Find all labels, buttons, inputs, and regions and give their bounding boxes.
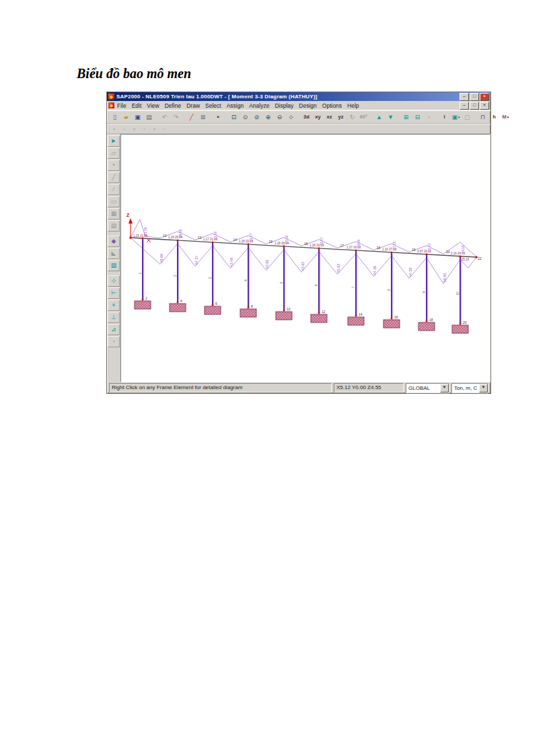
svg-text:14: 14 bbox=[233, 238, 237, 242]
previous-zoom-icon[interactable]: ⊘ bbox=[251, 112, 262, 123]
open-file-icon[interactable]: ▰ bbox=[120, 112, 132, 123]
svg-text:4: 4 bbox=[244, 279, 248, 281]
maximize-button[interactable]: □ bbox=[470, 93, 479, 101]
child-restore-button[interactable]: □ bbox=[470, 102, 479, 110]
menu-draw[interactable]: Draw bbox=[184, 102, 203, 109]
show-frames-icon[interactable]: ▫ bbox=[119, 125, 129, 133]
titlebar[interactable]: ◆ SAP2000 - NLE0509 Trien tau 1.000DWT -… bbox=[107, 92, 490, 101]
menu-display[interactable]: Display bbox=[272, 102, 296, 109]
svg-text:8: 8 bbox=[387, 289, 391, 291]
special-draw-icon[interactable]: ◆ bbox=[108, 236, 120, 247]
svg-text:24.66: 24.66 bbox=[178, 229, 182, 238]
coordinate-system-dropdown[interactable]: GLOBAL ▼ bbox=[406, 383, 449, 393]
rotate-view-icon: ↻ bbox=[346, 112, 358, 123]
menu-file[interactable]: File bbox=[114, 102, 129, 109]
svg-text:18: 18 bbox=[429, 318, 433, 322]
svg-text:21.50: 21.50 bbox=[213, 231, 217, 240]
menu-select[interactable]: Select bbox=[203, 102, 224, 109]
undo-icon: ↶ bbox=[159, 112, 170, 123]
svg-text:21.55: 21.55 bbox=[427, 243, 431, 252]
show-labels-icon[interactable]: ▫ bbox=[159, 125, 170, 133]
new-model-icon[interactable]: ▯ bbox=[109, 112, 120, 123]
quick-quad-icon: ▦ bbox=[108, 208, 120, 219]
svg-text:2: 2 bbox=[145, 296, 147, 300]
menu-options[interactable]: Options bbox=[320, 102, 344, 109]
svg-text:58.85: 58.85 bbox=[443, 273, 447, 282]
svg-text:45.93: 45.93 bbox=[337, 264, 341, 273]
zoom-out-icon[interactable]: ⊖ bbox=[274, 112, 285, 123]
unused-tool-icon: ▫ bbox=[423, 112, 435, 123]
menu-analyze[interactable]: Analyze bbox=[246, 102, 272, 109]
menubar: ◆ FileEditViewDefineDrawSelectAssignAnal… bbox=[107, 101, 490, 110]
svg-text:21.07: 21.07 bbox=[320, 237, 324, 246]
redo-icon: ↷ bbox=[170, 112, 182, 123]
snap-intersections-icon[interactable]: × bbox=[108, 300, 120, 311]
perspective-icon: 60° bbox=[358, 112, 369, 123]
menu-items: FileEditViewDefineDrawSelectAssignAnalyz… bbox=[114, 102, 362, 109]
menu-assign[interactable]: Assign bbox=[224, 102, 247, 109]
show-grid-icon[interactable]: ⊟ bbox=[412, 112, 423, 123]
sloped-frame-icon[interactable]: h bbox=[488, 112, 500, 123]
view-3d-button[interactable]: 3d bbox=[301, 112, 312, 123]
snap-grid-icon[interactable]: ▫ bbox=[108, 336, 120, 347]
svg-text:24.30: 24.30 bbox=[357, 239, 361, 248]
titlebar-buttons: –□× bbox=[460, 93, 489, 101]
close-button[interactable]: × bbox=[480, 93, 489, 101]
minimize-button[interactable]: – bbox=[460, 93, 469, 101]
show-loads-icon[interactable]: ▫ bbox=[139, 125, 149, 133]
menu-view[interactable]: View bbox=[144, 102, 161, 109]
snap-midpoints-icon[interactable]: ⊢ bbox=[108, 287, 120, 299]
lock-model-icon[interactable]: ⊠ bbox=[197, 112, 209, 123]
chevron-down-icon[interactable]: ▼ bbox=[440, 384, 449, 392]
select-poly-icon[interactable]: ▧ bbox=[108, 260, 120, 271]
frame-section-icon[interactable]: I bbox=[439, 112, 450, 123]
menu-define[interactable]: Define bbox=[162, 102, 184, 109]
svg-text:6: 6 bbox=[215, 302, 217, 306]
full-view-icon[interactable]: ⊙ bbox=[240, 112, 251, 123]
child-window-icon[interactable]: ◆ bbox=[108, 102, 114, 108]
restore-elements-icon[interactable]: ▼ bbox=[385, 112, 396, 123]
window-title: SAP2000 - NLE0509 Trien tau 1.000DWT - [… bbox=[116, 94, 458, 100]
show-axes-icon[interactable]: ▪ bbox=[149, 125, 159, 133]
show-shells-icon[interactable]: ▪ bbox=[129, 125, 139, 133]
secondary-toolbar: ▪▫▪▫▪▫ bbox=[107, 124, 490, 134]
snap-lines-icon[interactable]: ⊿ bbox=[108, 324, 120, 335]
view-yz-button[interactable]: yz bbox=[335, 112, 346, 123]
pointer-select-icon[interactable]: ► bbox=[108, 135, 120, 147]
chevron-down-icon[interactable]: ▼ bbox=[479, 384, 488, 392]
rubberband-zoom-icon[interactable]: ⊡ bbox=[228, 112, 240, 123]
snap-perpendicular-icon[interactable]: ⊥ bbox=[108, 312, 120, 323]
menu-design[interactable]: Design bbox=[296, 102, 319, 109]
menu-help[interactable]: Help bbox=[344, 102, 361, 109]
run-analysis-icon[interactable]: ‣ bbox=[213, 112, 224, 123]
app-icon: ◆ bbox=[108, 94, 114, 100]
save-icon[interactable]: ▣ bbox=[132, 112, 143, 123]
portal-frame-icon[interactable]: ⊓ bbox=[477, 112, 488, 123]
draw-frame-icon: ╱ bbox=[108, 172, 120, 183]
reshape-element-icon: ▱ bbox=[108, 147, 120, 159]
set-elements-icon[interactable]: ⊞ bbox=[400, 112, 412, 123]
child-minimize-button[interactable]: – bbox=[460, 102, 469, 110]
display-options-icon[interactable]: ▣▾ bbox=[450, 112, 462, 123]
svg-text:1.18 18.14: 1.18 18.14 bbox=[274, 242, 289, 245]
child-close-button[interactable]: × bbox=[480, 102, 489, 110]
svg-text:43.85: 43.85 bbox=[266, 260, 270, 269]
view-xz-button[interactable]: xz bbox=[324, 112, 335, 123]
svg-text:1.15 21.96: 1.15 21.96 bbox=[133, 234, 148, 238]
svg-text:7: 7 bbox=[351, 286, 355, 288]
cursor-coordinates: X5.12 Y0.00 Z4.55 bbox=[334, 383, 404, 392]
svg-text:16: 16 bbox=[394, 315, 398, 319]
view-xy-button[interactable]: xy bbox=[312, 112, 324, 123]
svg-text:1.18 19.13: 1.18 19.13 bbox=[309, 244, 324, 247]
pan-icon[interactable]: ⊹ bbox=[285, 112, 297, 123]
shrink-elements-icon[interactable]: ▲ bbox=[373, 112, 385, 123]
show-joints-icon[interactable]: ▪ bbox=[109, 125, 119, 133]
moment-diagram-icon[interactable]: M▾ bbox=[500, 112, 511, 123]
model-canvas[interactable]: 211.15 21.9621.56421.18 20.6424.66631.17… bbox=[120, 134, 490, 382]
zoom-in-icon[interactable]: ⊕ bbox=[262, 112, 274, 123]
menu-edit[interactable]: Edit bbox=[129, 102, 145, 109]
units-dropdown[interactable]: Ton, m, C ▼ bbox=[451, 383, 488, 393]
refresh-window-icon[interactable]: ╱ bbox=[186, 112, 197, 123]
snap-joints-icon[interactable]: ⊹ bbox=[108, 275, 120, 287]
print-icon[interactable]: ▤ bbox=[143, 112, 155, 123]
